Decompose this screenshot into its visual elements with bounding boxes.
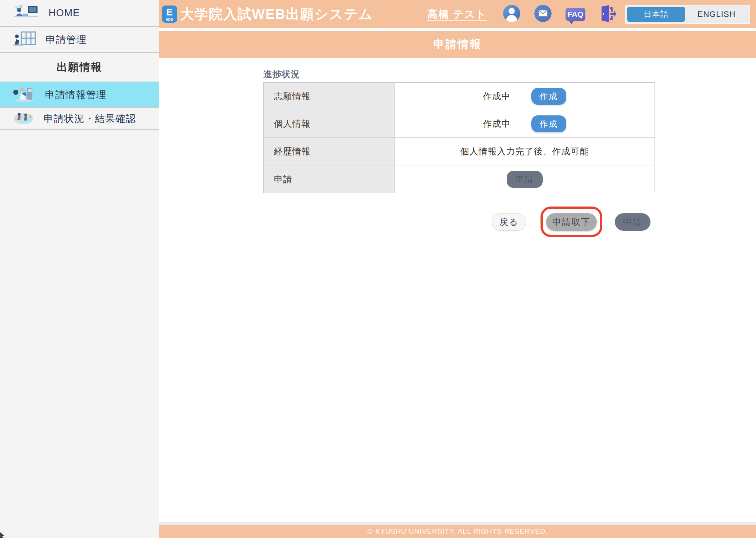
create-button[interactable]: 作成 [531,88,566,105]
row-status: 個人情報入力完了後、作成可能 [460,146,589,157]
sidebar-item-label: 申請情報管理 [45,88,107,101]
page-title-bar: 申請情報 [159,31,756,58]
home-illustration-icon [13,5,40,22]
management-illustration-icon [13,31,37,48]
page-footer: © KYUSHU UNIVERSITY. ALL RIGHTS RESERVED… [159,525,756,538]
row-label: 志願情報 [264,83,395,110]
faq-bubble-tail [569,21,574,24]
faq-label: FAQ [567,10,583,19]
status-results-illustration-icon [13,111,35,127]
language-toggle: 日本語 ENGLISH [625,5,750,24]
app-header: E app 大学院入試WEB出願システム 高橋 テスト [159,0,756,28]
row-label: 個人情報 [264,110,395,137]
sidebar-section-header: 出願情報 [0,53,159,82]
back-button[interactable]: 戻る [492,213,526,231]
app-logo-icon: E app [162,6,177,23]
row-label: 申請 [264,165,395,193]
table-row-application-info: 志願情報 作成中 作成 [264,83,655,110]
sidebar-item-status-results[interactable]: 申請状況・結果確認 [0,108,159,130]
language-japanese-button[interactable]: 日本語 [627,7,685,22]
progress-section-label: 進捗状況 [263,68,300,80]
language-english-button[interactable]: ENGLISH [685,7,748,22]
row-status: 作成中 [483,118,511,130]
row-status: 作成中 [483,90,511,102]
submit-application-button[interactable]: 申請 [615,213,650,231]
mail-icon[interactable] [534,5,552,24]
table-row-career-info: 経歴情報 個人情報入力完了後、作成可能 [264,138,655,165]
user-name-link[interactable]: 高橋 テスト [427,7,487,21]
table-row-personal-info: 個人情報 作成中 作成 [264,110,655,138]
app-title: 大学院入試WEB出願システム [180,5,373,24]
red-highlight-annotation: 申請取下 [541,207,602,237]
sidebar: HOME 申請管理 出願情報 [0,0,159,538]
sidebar-item-application-info-management[interactable]: 申請情報管理 [0,82,159,108]
sidebar-item-label: HOME [49,7,80,19]
sidebar-item-label: 申請状況・結果確認 [43,112,136,125]
user-profile-icon[interactable] [503,5,520,24]
create-button[interactable]: 作成 [531,115,566,132]
sidebar-item-label: 申請管理 [46,33,87,46]
apply-button-disabled[interactable]: 申請 [507,171,543,188]
info-management-illustration-icon [13,86,36,104]
sidebar-item-home[interactable]: HOME [0,0,159,27]
footer-divider [159,522,756,525]
row-label: 経歴情報 [264,138,395,165]
logout-door-icon[interactable] [599,5,616,24]
table-row-apply: 申請 申請 [264,165,655,193]
sidebar-item-application-management[interactable]: 申請管理 [0,27,159,53]
withdraw-application-button[interactable]: 申請取下 [546,213,597,231]
page-title: 申請情報 [434,37,482,52]
progress-table: 志願情報 作成中 作成 個人情報 作成中 作成 経歴情報 個人情報入力完了後、作… [263,82,655,193]
copyright-text: © KYUSHU UNIVERSITY. ALL RIGHTS RESERVED… [367,527,548,535]
faq-icon[interactable]: FAQ [566,8,585,21]
mouse-cursor [0,532,5,538]
